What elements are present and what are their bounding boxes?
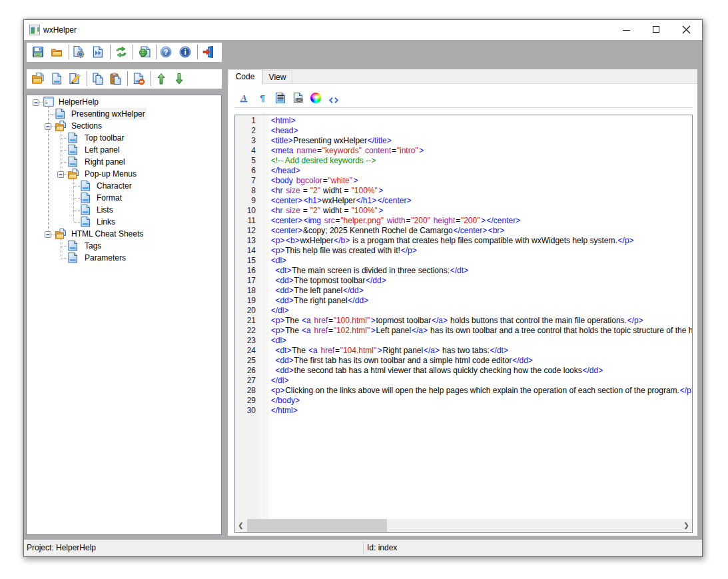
svg-text:A: A — [240, 93, 247, 103]
svg-text:¶: ¶ — [260, 93, 265, 103]
svg-text:?: ? — [164, 48, 169, 56]
